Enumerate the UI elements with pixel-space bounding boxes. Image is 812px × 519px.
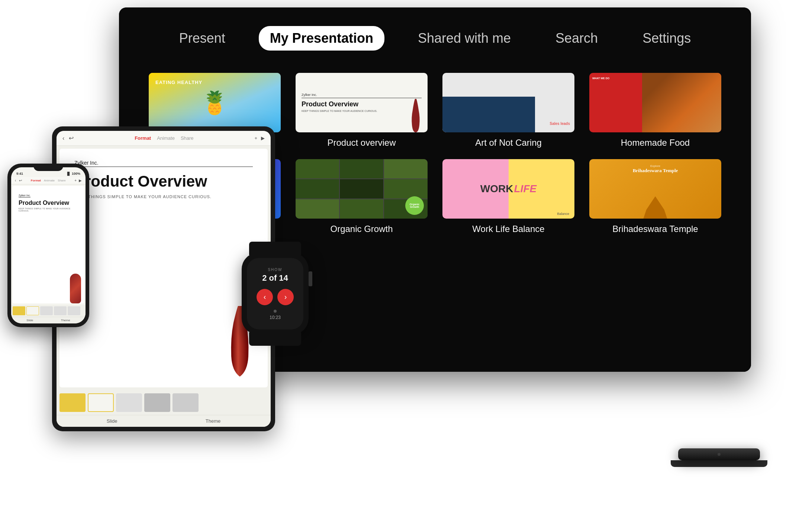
vase-icon-thumb — [408, 99, 423, 132]
iphone-toolbar: ‹ ↩ Format Animate Share + ▶ — [11, 177, 86, 184]
ipad-thumb-2[interactable] — [88, 393, 114, 412]
iphone-brand: Zylker Inc. — [19, 194, 30, 197]
watch-crown — [309, 271, 312, 286]
thumb-product-overview: Zylker Inc. Product Overview KEEP THINGS… — [296, 73, 428, 132]
card-homemade-food[interactable]: WHAT WE DO Homemade Food — [589, 73, 721, 148]
card-organic-growth[interactable]: Organic Growth Organic Growth — [296, 159, 428, 234]
watch-time: 10:23 — [270, 315, 281, 320]
ipad-back-arrow[interactable]: ‹ — [62, 135, 64, 142]
watch-show-label: SHOW — [268, 268, 282, 272]
tv-nav: Present My Presentation Shared with me S… — [149, 26, 721, 51]
nav-shared-with-me[interactable]: Shared with me — [407, 26, 522, 51]
watch-screen: SHOW 2 of 14 ‹ › 10:23 — [247, 258, 303, 329]
watch-controls: ‹ › — [257, 289, 294, 305]
iphone-device: 9:41 ▐▌ 100% ‹ ↩ Format Animate Share + … — [7, 164, 89, 327]
appletv-box — [678, 448, 760, 460]
what-we-do-label: WHAT WE DO — [592, 77, 609, 80]
card-organic-growth-label: Organic Growth — [330, 224, 393, 234]
eating-healthy-label-thumb: EATING HEALTHY — [155, 80, 202, 85]
iphone-thumb-1[interactable] — [13, 306, 25, 315]
iphone-undo-icon[interactable]: ↩ — [19, 178, 22, 183]
iphone-slide-content: Zylker Inc. Product Overview KEEP THINGS… — [13, 186, 84, 303]
thumb-homemade-food: WHAT WE DO — [589, 73, 721, 132]
ipad-tab-format[interactable]: Format — [135, 135, 151, 141]
ipad-slide-content: Zylker Inc. Product Overview KEEP THINGS… — [59, 149, 268, 387]
ipad-slide-thumbnails — [57, 390, 271, 415]
watch-band-bottom — [249, 332, 301, 346]
iphone-thumb-5[interactable] — [68, 306, 80, 315]
worklife-balance-label: Balance — [557, 212, 569, 216]
iphone-screen: 9:41 ▐▌ 100% ‹ ↩ Format Animate Share + … — [11, 167, 86, 323]
ipad-slide-brand: Zylker Inc. — [74, 160, 253, 167]
iphone-play-icon[interactable]: ▶ — [79, 178, 82, 183]
ipad-tab-animate[interactable]: Animate — [157, 135, 175, 141]
artnotcaring-bg — [442, 97, 535, 132]
thumb-temple: Explore Brihadeswara Temple — [589, 159, 721, 219]
product-title-thumb: Product Overview — [302, 100, 422, 109]
nav-settings[interactable]: Settings — [631, 26, 702, 51]
life-label: LIFE — [514, 183, 536, 195]
ipad-tab-share[interactable]: Share — [181, 135, 194, 141]
watch-band-top — [249, 242, 301, 255]
ipad-thumb-3[interactable] — [116, 393, 142, 412]
iphone-theme-btn[interactable]: Theme — [61, 319, 70, 322]
card-art-not-caring[interactable]: Sales leads Art of Not Caring — [442, 73, 574, 148]
ipad-theme-btn[interactable]: Theme — [206, 418, 220, 424]
product-sub-thumb: KEEP THINGS SIMPLE TO MAKE YOUR AUDIENCE… — [302, 110, 422, 112]
watch-next-button[interactable]: › — [277, 289, 294, 305]
iphone-slide-subtitle: KEEP THINGS SIMPLE TO MAKE YOUR AUDIENCE… — [19, 207, 78, 212]
thumb-organic-growth: Organic Growth — [296, 159, 428, 219]
apple-watch-device: SHOW 2 of 14 ‹ › 10:23 — [242, 253, 309, 335]
iphone-tab-animate[interactable]: Animate — [44, 179, 55, 182]
ipad-add-icon[interactable]: + — [254, 135, 257, 141]
work-label: WORK — [480, 183, 513, 195]
card-work-life-label: Work Life Balance — [472, 224, 544, 234]
card-product-label: Product overview — [327, 138, 396, 148]
temple-subtitle-thumb: Explore — [633, 164, 678, 168]
temple-shape-icon — [641, 196, 670, 219]
ipad-play-icon[interactable]: ▶ — [261, 135, 265, 141]
iphone-slide-btn[interactable]: Slide — [26, 319, 33, 322]
iphone-signal-battery: ▐▌ 100% — [66, 172, 80, 175]
temple-name-thumb: Brihadeswara Temple — [633, 168, 678, 174]
ipad-thumb-4[interactable] — [144, 393, 170, 412]
watch-prev-button[interactable]: ‹ — [257, 289, 273, 305]
card-work-life[interactable]: WORK LIFE Balance Work Life Balance — [442, 159, 574, 234]
card-product-overview[interactable]: Zylker Inc. Product Overview KEEP THINGS… — [296, 73, 428, 148]
card-temple[interactable]: Explore Brihadeswara Temple Brihadeswara… — [589, 159, 721, 234]
homemade-food-image — [642, 73, 721, 132]
nav-present[interactable]: Present — [168, 26, 236, 51]
iphone-thumb-3[interactable] — [40, 306, 53, 315]
iphone-back-arrow[interactable]: ‹ — [15, 178, 16, 183]
nav-my-presentation[interactable]: My Presentation — [259, 26, 384, 51]
card-homemade-food-label: Homemade Food — [621, 138, 690, 148]
sales-leads-label: Sales leads — [550, 122, 570, 126]
appletv-base — [671, 460, 767, 467]
ipad-thumb-1[interactable] — [59, 393, 86, 412]
iphone-add-icon[interactable]: + — [74, 178, 77, 183]
nav-search[interactable]: Search — [544, 26, 609, 51]
appletv-led — [718, 453, 721, 456]
iphone-thumb-4[interactable] — [54, 306, 67, 315]
thumb-work-life: WORK LIFE Balance — [442, 159, 574, 219]
ipad-undo-icon[interactable]: ↩ — [69, 135, 74, 142]
product-brand-thumb: Zylker Inc. — [302, 93, 422, 98]
watch-indicator-dot — [274, 310, 277, 313]
ipad-slide-btn[interactable]: Slide — [107, 418, 117, 424]
pineapple-icon: 🍍 — [201, 90, 229, 116]
iphone-slide-thumbs — [11, 305, 86, 317]
card-temple-label: Brihadeswara Temple — [612, 224, 698, 234]
ipad-slide-subtitle: KEEP THINGS SIMPLE TO MAKE YOUR AUDIENCE… — [74, 194, 253, 199]
ipad-toolbar: ‹ ↩ Format Animate Share + ▶ — [57, 131, 271, 146]
iphone-tab-format[interactable]: Format — [31, 179, 41, 182]
iphone-vase-icon — [70, 274, 81, 303]
organic-badge-label: Organic Growth — [405, 196, 424, 215]
ipad-thumb-5[interactable] — [173, 393, 199, 412]
iphone-time: 9:41 — [16, 172, 23, 175]
iphone-notch — [33, 164, 63, 171]
iphone-thumb-2[interactable] — [26, 306, 39, 315]
watch-next-icon: › — [284, 293, 287, 301]
appletv-device — [678, 448, 767, 467]
ipad-slide-title: Product Overview — [74, 173, 253, 190]
iphone-tab-share[interactable]: Share — [58, 179, 65, 182]
